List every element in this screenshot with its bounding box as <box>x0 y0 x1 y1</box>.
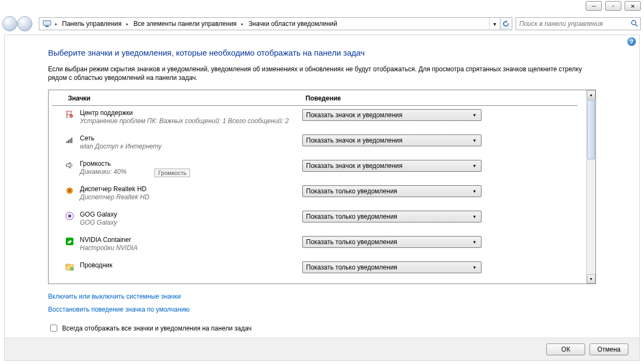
combobox-value: Показать только уведомления <box>306 238 397 246</box>
svg-rect-8 <box>70 139 71 143</box>
flag-icon: ✕ <box>65 110 74 119</box>
notification-icons-list: Значки Поведение ✕Центр поддержкиУстране… <box>48 90 596 284</box>
list-item: ПроводникПоказать только уведомления▼ <box>65 261 581 273</box>
list-item: ГромкостьДинамики: 40%Показать значок и … <box>65 160 581 176</box>
maximize-button[interactable]: ▫ <box>605 1 621 11</box>
behavior-combobox[interactable]: Показать только уведомления▼ <box>302 261 482 273</box>
always-show-checkbox[interactable] <box>50 325 57 332</box>
breadcrumb-label: Панель управления <box>62 20 121 28</box>
svg-rect-9 <box>71 138 72 143</box>
list-item-texts: Сетьwlan Доступ к Интернету <box>80 134 302 150</box>
behavior-combobox[interactable]: Показать значок и уведомления▼ <box>302 134 482 146</box>
svg-point-12 <box>68 214 71 218</box>
list-item-texts: Проводник <box>80 261 302 269</box>
chevron-down-icon: ▼ <box>470 162 479 170</box>
chevron-down-icon: ▼ <box>470 137 479 144</box>
cancel-button[interactable]: Отмена <box>589 343 628 355</box>
realtek-icon <box>65 186 74 196</box>
tooltip: Громкость <box>154 168 190 177</box>
nav-back-button[interactable] <box>2 16 17 31</box>
list-item-texts: NVIDIA ContainerНастройки NVIDIA <box>80 236 302 252</box>
always-show-checkbox-row: Всегда отображать все значки и уведомлен… <box>48 323 596 333</box>
list-item-subtitle: GOG Galaxy <box>80 219 302 226</box>
chevron-down-icon: ▼ <box>470 238 479 246</box>
search-input[interactable] <box>518 19 631 28</box>
gog-icon <box>65 211 74 221</box>
list-item: ✕Центр поддержкиУстранение проблем ПК: В… <box>65 109 581 125</box>
list-item-title: Сеть <box>80 134 302 142</box>
chevron-right-icon[interactable]: ▸ <box>53 22 59 26</box>
breadcrumb-label: Значки области уведомлений <box>248 20 337 28</box>
chevron-down-icon: ▼ <box>470 213 479 220</box>
scroll-down-button[interactable]: ▾ <box>587 274 595 284</box>
chevron-down-icon: ▼ <box>470 187 479 195</box>
chevron-right-icon[interactable]: ▸ <box>240 22 245 26</box>
behavior-combobox[interactable]: Показать значок и уведомления▼ <box>302 160 482 172</box>
minimize-button[interactable]: ─ <box>586 1 602 11</box>
help-icon[interactable]: ? <box>627 37 636 46</box>
list-item-subtitle: Динамики: 40% <box>80 168 302 176</box>
list-item-title: GOG Galaxy <box>80 211 302 218</box>
behavior-combobox[interactable]: Показать значок и уведомления▼ <box>302 109 482 121</box>
svg-line-3 <box>635 24 638 26</box>
breadcrumb-label: Все элементы панели управления <box>133 20 236 28</box>
page-title: Выберите значки и уведомления, которые н… <box>48 48 596 57</box>
list-item-subtitle: wlan Доступ к Интернету <box>80 143 302 150</box>
breadcrumb-item-3[interactable]: Значки области уведомлений <box>245 18 340 29</box>
vertical-scrollbar[interactable]: ▴ ▾ <box>586 90 595 284</box>
network-icon <box>65 135 74 145</box>
scroll-thumb[interactable] <box>587 100 595 159</box>
svg-point-2 <box>632 21 636 25</box>
close-icon: ✕ <box>631 3 635 9</box>
list-item-title: Громкость <box>80 160 302 167</box>
list-item-subtitle: Настройки NVIDIA <box>80 244 302 252</box>
scroll-track[interactable] <box>587 160 595 274</box>
combobox-value: Показать значок и уведомления <box>306 162 403 170</box>
close-button[interactable]: ✕ <box>625 1 641 11</box>
behavior-combobox[interactable]: Показать только уведомления▼ <box>302 236 482 248</box>
combobox-value: Показать только уведомления <box>306 213 397 220</box>
chevron-down-icon: ▼ <box>470 111 479 119</box>
behavior-combobox[interactable]: Показать только уведомления▼ <box>302 185 482 197</box>
combobox-value: Показать значок и уведомления <box>306 137 403 144</box>
list-item-title: Диспетчер Realtek HD <box>80 185 302 193</box>
chevron-right-icon[interactable]: ▸ <box>125 22 130 26</box>
search-icon[interactable] <box>631 19 638 29</box>
list-item-texts: Центр поддержкиУстранение проблем ПК: Ва… <box>80 109 302 125</box>
ok-button[interactable]: ОК <box>546 343 585 355</box>
refresh-icon <box>503 21 509 27</box>
behavior-combobox[interactable]: Показать только уведомления▼ <box>302 211 482 223</box>
nvidia-icon <box>65 237 74 246</box>
list-item-subtitle: Устранение проблем ПК: Важных сообщений:… <box>80 117 302 125</box>
combobox-value: Показать только уведомления <box>306 187 397 195</box>
dialog-footer: ОК Отмена <box>5 338 639 360</box>
combobox-value: Показать только уведомления <box>306 264 397 271</box>
list-item: Сетьwlan Доступ к ИнтернетуПоказать знач… <box>65 134 581 150</box>
content-panel: ? Выберите значки и уведомления, которые… <box>4 35 640 361</box>
link-system-icons[interactable]: Включить или выключить системные значки <box>48 293 181 300</box>
scroll-up-button[interactable]: ▴ <box>587 90 595 99</box>
list-item-title: Центр поддержки <box>80 109 302 117</box>
chevron-down-icon: ▼ <box>470 264 479 271</box>
list-item-title: NVIDIA Container <box>80 236 302 244</box>
refresh-button[interactable] <box>500 18 511 30</box>
link-restore-default[interactable]: Восстановить поведение значка по умолчан… <box>48 306 189 313</box>
svg-rect-6 <box>66 141 67 143</box>
list-item-texts: Диспетчер Realtek HDДиспетчер Realtek HD <box>80 185 302 201</box>
maximize-icon: ▫ <box>612 3 614 9</box>
breadcrumb-item-1[interactable]: Панель управления <box>59 18 125 29</box>
svg-rect-1 <box>45 26 49 27</box>
explorer-icon <box>65 262 74 272</box>
address-history-dropdown[interactable]: ▾ <box>489 18 500 30</box>
breadcrumb-item-2[interactable]: Все элементы панели управления <box>130 18 240 29</box>
speaker-icon <box>65 160 74 170</box>
list-header: Значки Поведение <box>52 90 578 106</box>
svg-rect-15 <box>66 264 69 266</box>
nav-forward-button[interactable] <box>17 16 32 31</box>
page-description: Если выбран режим скрытия значков и увед… <box>48 65 596 82</box>
column-header-behavior: Поведение <box>306 95 572 102</box>
search-box[interactable] <box>516 17 641 30</box>
address-bar[interactable]: ▸ Панель управления ▸ Все элементы панел… <box>39 17 512 30</box>
list-item-texts: ГромкостьДинамики: 40% <box>80 160 302 176</box>
combobox-value: Показать значок и уведомления <box>306 111 403 119</box>
